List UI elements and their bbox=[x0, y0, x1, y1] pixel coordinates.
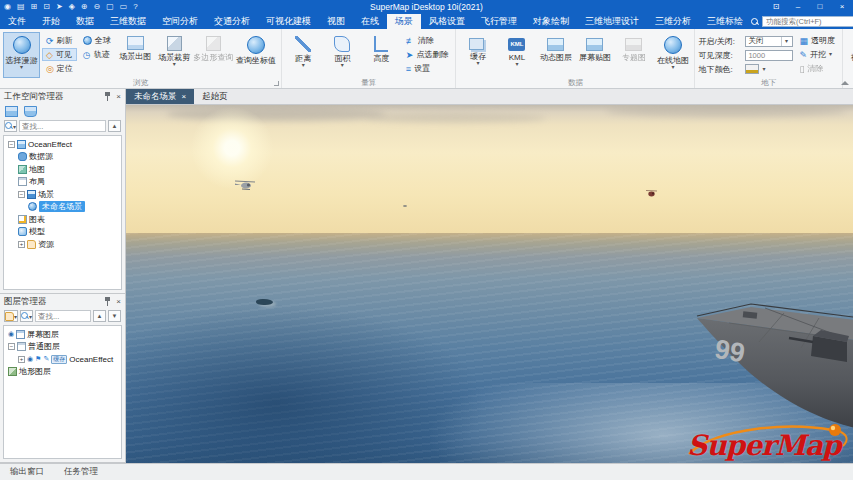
datasource-icon bbox=[18, 152, 27, 161]
area-button[interactable]: 面积 ▾ bbox=[324, 32, 361, 78]
underground-toggle-label: 开启/关闭: bbox=[698, 36, 742, 47]
locate-button[interactable]: ◎ 定位 bbox=[42, 62, 77, 75]
scene-output-button[interactable]: 场景出图 bbox=[117, 32, 154, 78]
window-title: SuperMap iDesktop 10i(2021) bbox=[0, 2, 853, 12]
layer-filter-button[interactable]: ▾ bbox=[20, 310, 33, 322]
chevron-down-icon: ▾ bbox=[341, 63, 344, 68]
expand-expander-icon[interactable]: + bbox=[18, 356, 25, 363]
underground-toggle-select[interactable]: 关闭 ▾ bbox=[745, 36, 793, 47]
tree-node-ocean-layer[interactable]: + ◉ ⚑ ✎ 缓存 OceanEffect bbox=[4, 353, 121, 366]
warship: 99 bbox=[689, 298, 853, 432]
scene-clip-button[interactable]: 场景裁剪 ▾ bbox=[156, 32, 193, 78]
function-search-input[interactable] bbox=[762, 16, 853, 27]
doc-tab-start-page[interactable]: 起始页 bbox=[194, 89, 236, 104]
select-roam-button[interactable]: 选择漫游 ▾ bbox=[3, 32, 40, 78]
distance-button[interactable]: 距离 ▾ bbox=[285, 32, 322, 78]
ship-hull-number: 99 bbox=[712, 334, 747, 369]
measure-clear-button[interactable]: ≢ 清除 bbox=[402, 34, 453, 47]
tree-node-normal-layers[interactable]: − 普通图层 bbox=[4, 341, 121, 354]
tab-traffic-analysis[interactable]: 交通分析 bbox=[206, 14, 258, 29]
expand-expander-icon[interactable]: + bbox=[18, 241, 25, 248]
collapse-expander-icon[interactable]: − bbox=[8, 141, 15, 148]
close-icon[interactable]: × bbox=[116, 297, 121, 307]
close-icon[interactable]: × bbox=[182, 92, 187, 101]
online-map-button[interactable]: 在线地图 ▾ bbox=[654, 32, 691, 78]
layer-search-input[interactable] bbox=[35, 310, 91, 322]
excavate-button[interactable]: ✎ 开挖 ▾ bbox=[795, 48, 839, 61]
tree-node-scenes[interactable]: − 场景 bbox=[4, 188, 121, 201]
tab-start[interactable]: 开始 bbox=[34, 14, 68, 29]
visible-button[interactable]: ◇ 可见 bbox=[42, 48, 77, 61]
collapse-expander-icon[interactable]: − bbox=[8, 343, 15, 350]
layer-group-button[interactable]: ▾ bbox=[4, 310, 18, 322]
tab-online[interactable]: 在线 bbox=[353, 14, 387, 29]
doc-tab-scene[interactable]: 未命名场景 × bbox=[126, 89, 194, 104]
eye-icon[interactable]: ◉ bbox=[27, 355, 33, 363]
tab-view[interactable]: 视图 bbox=[319, 14, 353, 29]
tab-visual-modeling[interactable]: 可视化建模 bbox=[258, 14, 319, 29]
dynamic-layer-button[interactable]: 动态图层 bbox=[537, 32, 574, 78]
query-coordinate-button[interactable]: 查询坐标值 bbox=[234, 32, 278, 78]
workspace-search-input[interactable] bbox=[19, 120, 106, 132]
workspace-icon[interactable] bbox=[5, 106, 18, 117]
helicopter-icon bbox=[645, 188, 658, 199]
tree-node-models[interactable]: 模型 bbox=[4, 226, 121, 239]
tab-scene[interactable]: 场景 bbox=[387, 14, 421, 29]
visible-depth-input[interactable] bbox=[745, 50, 793, 61]
viewport-manager-button[interactable]: 视口管理 ▾ bbox=[846, 32, 853, 78]
task-manager-tab[interactable]: 任务管理 bbox=[64, 466, 98, 478]
move-up-button[interactable]: ▲ bbox=[93, 310, 106, 322]
tree-node-maps[interactable]: 地图 bbox=[4, 163, 121, 176]
screen-overlay-button[interactable]: 屏幕贴图 bbox=[576, 32, 613, 78]
close-button[interactable]: × bbox=[831, 0, 853, 14]
refresh-button[interactable]: ⟳ 刷新 bbox=[42, 34, 77, 47]
tree-node-scene-item[interactable]: 未命名场景 bbox=[4, 201, 121, 214]
tab-spatial-analysis[interactable]: 空间分析 bbox=[154, 14, 206, 29]
editable-pencil-icon[interactable]: ✎ bbox=[43, 355, 49, 363]
output-window-tab[interactable]: 输出窗口 bbox=[10, 466, 44, 478]
tab-flight-management[interactable]: 飞行管理 bbox=[473, 14, 525, 29]
tab-3d-analysis[interactable]: 三维分析 bbox=[647, 14, 699, 29]
track-button[interactable]: ◷ 轨迹 bbox=[79, 48, 115, 61]
status-bar: 输出窗口 任务管理 bbox=[0, 463, 853, 480]
pin-icon[interactable] bbox=[104, 297, 111, 306]
height-button[interactable]: 高度 bbox=[363, 32, 400, 78]
measure-settings-button[interactable]: ≡ 设置 bbox=[402, 62, 453, 75]
tree-node-screen-layer[interactable]: ◉ 屏幕图层 bbox=[4, 328, 121, 341]
tab-file[interactable]: 文件 bbox=[0, 14, 34, 29]
maximize-button[interactable]: □ bbox=[809, 0, 831, 14]
tree-node-resources[interactable]: + 资源 bbox=[4, 238, 121, 251]
pin-icon[interactable] bbox=[104, 92, 111, 101]
tree-node-datasources[interactable]: 数据源 bbox=[4, 151, 121, 164]
save-workspace-icon[interactable] bbox=[24, 106, 37, 117]
close-icon[interactable]: × bbox=[116, 92, 121, 102]
underground-color-picker[interactable] bbox=[745, 64, 759, 74]
group-underground: 开启/关闭: 关闭 ▾ 可见深度: 地下颜色: ▾ bbox=[695, 29, 843, 88]
tree-node-charts[interactable]: 图表 bbox=[4, 213, 121, 226]
dialog-launcher[interactable] bbox=[274, 81, 279, 86]
tab-style-settings[interactable]: 风格设置 bbox=[421, 14, 473, 29]
move-down-button[interactable]: ▼ bbox=[108, 310, 121, 322]
tab-3d-plotting[interactable]: 三维标绘 bbox=[699, 14, 751, 29]
tree-node-layouts[interactable]: 布局 bbox=[4, 176, 121, 189]
tab-object-drawing[interactable]: 对象绘制 bbox=[525, 14, 577, 29]
eye-icon[interactable]: ◉ bbox=[8, 330, 14, 338]
collapse-expander-icon[interactable]: − bbox=[18, 191, 25, 198]
selectable-flag-icon[interactable]: ⚑ bbox=[35, 355, 41, 363]
transparency-button[interactable]: ▦ 透明度 bbox=[795, 34, 839, 47]
style-button[interactable]: ⊡ bbox=[765, 0, 787, 14]
scene-3d-viewport[interactable]: 99 SuperMap bbox=[126, 105, 853, 463]
tree-node-terrain-layers[interactable]: 地形图层 bbox=[4, 366, 121, 379]
cache-button[interactable]: 缓存 ▾ bbox=[459, 32, 496, 78]
tree-node-workspace-root[interactable]: − OceanEffect bbox=[4, 138, 121, 151]
tab-3d-data[interactable]: 三维数据 bbox=[102, 14, 154, 29]
kml-button[interactable]: KML KML ▾ bbox=[498, 32, 535, 78]
minimize-button[interactable]: – bbox=[787, 0, 809, 14]
tab-3d-geodesign[interactable]: 三维地理设计 bbox=[577, 14, 647, 29]
tab-data[interactable]: 数据 bbox=[68, 14, 102, 29]
workspace-filter-button[interactable]: ▾ bbox=[4, 120, 17, 132]
collapse-ribbon-button[interactable] bbox=[841, 81, 849, 85]
collapse-all-button[interactable]: ▲ bbox=[108, 120, 121, 132]
global-button[interactable]: 全球 bbox=[79, 34, 115, 47]
pick-delete-button[interactable]: ➤ 点选删除 bbox=[402, 48, 453, 61]
